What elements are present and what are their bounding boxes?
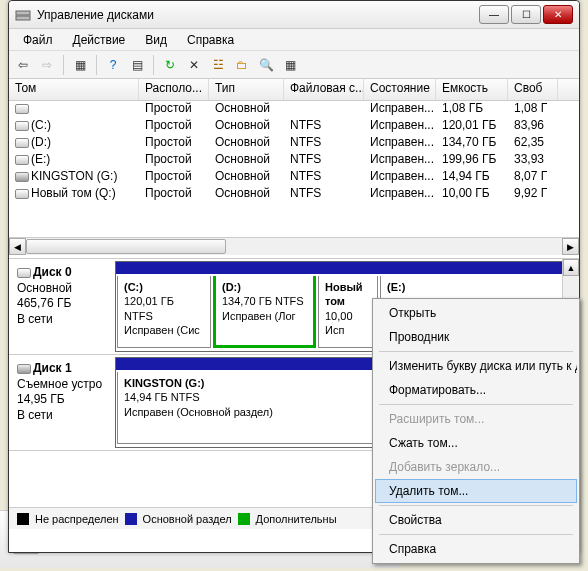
table-row[interactable]: Новый том (Q:)ПростойОсновнойNTFSИсправе…: [9, 186, 579, 203]
grid-icon[interactable]: ▦: [70, 55, 90, 75]
ctx-delete-volume[interactable]: Удалить том...: [375, 479, 577, 503]
ctx-help[interactable]: Справка: [375, 537, 577, 561]
layout-icon[interactable]: ▤: [127, 55, 147, 75]
folder-icon[interactable]: 🗀: [232, 55, 252, 75]
usb-disk-icon: [17, 364, 31, 374]
delete-icon[interactable]: ✕: [184, 55, 204, 75]
ctx-properties[interactable]: Свойства: [375, 508, 577, 532]
properties-icon[interactable]: ☳: [208, 55, 228, 75]
col-layout[interactable]: Располо...: [139, 79, 209, 100]
back-button[interactable]: ⇦: [13, 55, 33, 75]
legend-extended: Дополнительны: [256, 513, 337, 525]
disk1-label[interactable]: Диск 1 Съемное устро 14,95 ГБ В сети: [9, 355, 115, 450]
horizontal-scrollbar[interactable]: ◀ ▶: [9, 237, 579, 255]
menu-view[interactable]: Вид: [135, 31, 177, 49]
ctx-change-letter[interactable]: Изменить букву диска или путь к дис: [375, 354, 577, 378]
refresh-icon[interactable]: ↻: [160, 55, 180, 75]
legend-unallocated-swatch: [17, 513, 29, 525]
legend-primary-swatch: [125, 513, 137, 525]
titlebar: Управление дисками — ☐ ✕: [9, 1, 579, 29]
svg-rect-3: [16, 11, 30, 15]
scroll-right-button[interactable]: ▶: [562, 238, 579, 255]
table-row[interactable]: (C:)ПростойОсновнойNTFSИсправен...120,01…: [9, 118, 579, 135]
toolbar: ⇦ ⇨ ▦ ? ▤ ↻ ✕ ☳ 🗀 🔍 ▦: [9, 51, 579, 79]
scroll-thumb[interactable]: [26, 239, 226, 254]
volume-icon: [15, 138, 29, 148]
forward-button[interactable]: ⇨: [37, 55, 57, 75]
help-icon[interactable]: ?: [103, 55, 123, 75]
legend-primary: Основной раздел: [143, 513, 232, 525]
legend-unallocated: Не распределен: [35, 513, 119, 525]
maximize-button[interactable]: ☐: [511, 5, 541, 24]
col-volume[interactable]: Том: [9, 79, 139, 100]
scroll-up-button[interactable]: ▲: [563, 259, 579, 276]
col-free[interactable]: Своб: [508, 79, 558, 100]
window-title: Управление дисками: [37, 8, 479, 22]
partition-d-selected[interactable]: (D:)134,70 ГБ NTFSИсправен (Лог: [213, 276, 316, 348]
minimize-button[interactable]: —: [479, 5, 509, 24]
table-row[interactable]: KINGSTON (G:)ПростойОсновнойNTFSИсправен…: [9, 169, 579, 186]
table-body: ПростойОсновнойИсправен...1,08 ГБ1,08 Г(…: [9, 101, 579, 237]
col-state[interactable]: Состояние: [364, 79, 436, 100]
volume-icon: [15, 121, 29, 131]
col-type[interactable]: Тип: [209, 79, 284, 100]
ctx-mirror: Добавить зеркало...: [375, 455, 577, 479]
disk0-label[interactable]: Диск 0 Основной 465,76 ГБ В сети: [9, 259, 115, 354]
table-header: Том Располо... Тип Файловая с... Состоян…: [9, 79, 579, 101]
ctx-shrink[interactable]: Сжать том...: [375, 431, 577, 455]
partition-c[interactable]: (C:)120,01 ГБ NTFSИсправен (Сис: [117, 276, 211, 348]
table-row[interactable]: (D:)ПростойОсновнойNTFSИсправен...134,70…: [9, 135, 579, 152]
ctx-format[interactable]: Форматировать...: [375, 378, 577, 402]
table-row[interactable]: (E:)ПростойОсновнойNTFSИсправен...199,96…: [9, 152, 579, 169]
menu-action[interactable]: Действие: [63, 31, 136, 49]
ctx-extend: Расширить том...: [375, 407, 577, 431]
legend-extended-swatch: [238, 513, 250, 525]
volume-icon: [15, 172, 29, 182]
context-menu: Открыть Проводник Изменить букву диска и…: [372, 298, 580, 564]
close-button[interactable]: ✕: [543, 5, 573, 24]
app-icon: [15, 7, 31, 23]
ctx-open[interactable]: Открыть: [375, 301, 577, 325]
scroll-left-button[interactable]: ◀: [9, 238, 26, 255]
disk-icon: [17, 268, 31, 278]
volume-list-pane: Том Располо... Тип Файловая с... Состоян…: [9, 79, 579, 259]
ctx-explorer[interactable]: Проводник: [375, 325, 577, 349]
menu-file[interactable]: Файл: [13, 31, 63, 49]
partition-new-volume[interactable]: Новый том10,00Исп: [318, 276, 378, 348]
svg-rect-4: [16, 16, 30, 20]
volume-icon: [15, 189, 29, 199]
search-icon[interactable]: 🔍: [256, 55, 276, 75]
menu-help[interactable]: Справка: [177, 31, 244, 49]
volume-icon: [15, 104, 29, 114]
menubar: Файл Действие Вид Справка: [9, 29, 579, 51]
settings-icon[interactable]: ▦: [280, 55, 300, 75]
col-fs[interactable]: Файловая с...: [284, 79, 364, 100]
col-capacity[interactable]: Емкость: [436, 79, 508, 100]
table-row[interactable]: ПростойОсновнойИсправен...1,08 ГБ1,08 Г: [9, 101, 579, 118]
volume-icon: [15, 155, 29, 165]
